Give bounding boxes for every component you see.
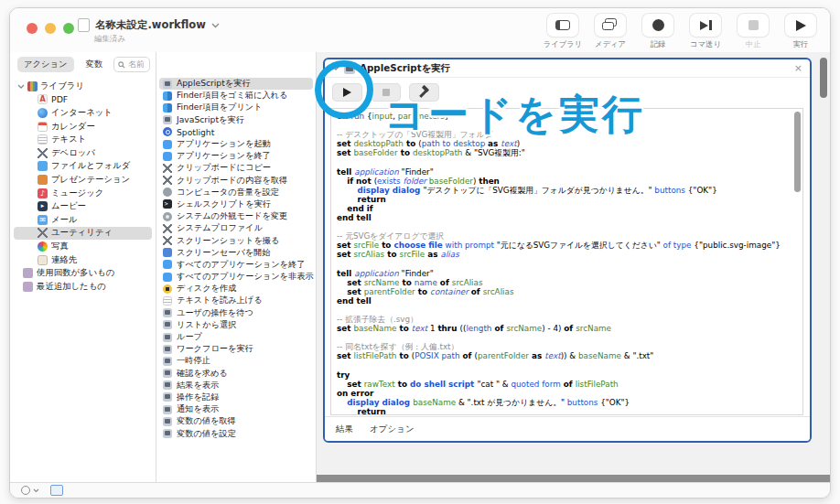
action-list-item[interactable]: AppleScriptを実行 bbox=[159, 78, 313, 90]
contacts-icon bbox=[38, 255, 48, 265]
action-list-item[interactable]: 結果を表示 bbox=[156, 380, 316, 391]
sidebar-item-7[interactable]: ミュージック bbox=[10, 187, 156, 200]
toolbar-button-run[interactable]: 実行 bbox=[781, 14, 821, 49]
toolbar-button-step[interactable]: コマ送り bbox=[685, 14, 726, 49]
action-list-item[interactable]: JavaScriptを実行 bbox=[156, 114, 316, 126]
sidebar-item-9[interactable]: メール bbox=[10, 213, 156, 227]
action-list-item[interactable]: 一時停止 bbox=[156, 355, 316, 367]
minimize-window-button[interactable] bbox=[45, 23, 56, 34]
document-title[interactable]: 名称未設定.workflow bbox=[78, 18, 220, 32]
media-browser-icon[interactable] bbox=[50, 485, 63, 496]
traffic-lights bbox=[27, 23, 74, 34]
toolbar-button-media[interactable]: メディア bbox=[590, 14, 630, 49]
spotlight-icon bbox=[163, 127, 172, 136]
action-list-item[interactable]: 通知を表示 bbox=[156, 403, 316, 415]
script-icon bbox=[163, 405, 172, 414]
action-list-item[interactable]: リストから選択 bbox=[156, 319, 316, 331]
search-input[interactable]: 名前 bbox=[113, 57, 150, 72]
sidebar-tab-0[interactable]: アクション bbox=[17, 57, 74, 72]
action-list-item[interactable]: すべてのアプリケーションを非表示 bbox=[156, 271, 316, 283]
toolbar-button-record[interactable]: 記録 bbox=[638, 14, 678, 49]
media-icon bbox=[602, 18, 619, 32]
close-window-button[interactable] bbox=[27, 23, 38, 34]
automator-window: 名称未設定.workflow 編集済み ライブラリメディア記録コマ送り中止実行 … bbox=[9, 7, 831, 499]
sidebar-item-12[interactable]: 連絡先 bbox=[10, 253, 156, 267]
compile-button[interactable] bbox=[409, 83, 439, 102]
sidebar-tabs-row: アクション変数 名前 bbox=[10, 52, 156, 76]
script-icon bbox=[163, 381, 172, 390]
sidebar-item-2[interactable]: カレンダー bbox=[10, 120, 156, 134]
action-list-item[interactable]: アプリケーションを起動 bbox=[156, 138, 316, 150]
sidebar-item-3[interactable]: テキスト bbox=[10, 133, 156, 146]
action-list-item[interactable]: すべてのアプリケーションを終了 bbox=[156, 259, 316, 271]
action-list-item[interactable]: ユーザの操作を待つ bbox=[156, 307, 316, 319]
app-icon bbox=[163, 152, 172, 161]
action-list-item[interactable]: 操作を記録 bbox=[156, 391, 316, 403]
record-icon bbox=[652, 19, 664, 31]
calendar-icon bbox=[38, 122, 48, 132]
action-list-item[interactable]: テキストを読み上げる bbox=[156, 295, 316, 306]
internet-icon bbox=[38, 108, 48, 118]
run-button[interactable] bbox=[332, 83, 362, 102]
action-list-item[interactable]: Spotlight bbox=[156, 126, 316, 138]
action-card-header: AppleScriptを実行 × bbox=[325, 59, 810, 78]
action-list-item[interactable]: 変数の値を設定 bbox=[156, 427, 316, 439]
action-list-item[interactable]: Finder項目をゴミ箱に入れる bbox=[156, 90, 316, 102]
action-list-item[interactable]: クリップボードにコピー bbox=[156, 162, 316, 174]
pdf-icon bbox=[38, 94, 48, 104]
sidebar-item-11[interactable]: 写真 bbox=[10, 240, 156, 253]
volume-icon bbox=[163, 188, 172, 197]
smart-folder-icon bbox=[23, 268, 33, 278]
action-list-item[interactable]: アプリケーションを終了 bbox=[156, 150, 316, 162]
canvas-scrollbar[interactable] bbox=[820, 58, 827, 98]
sidebar-item-8[interactable]: ムービー bbox=[10, 199, 156, 213]
action-list-item[interactable]: シェルスクリプトを実行 bbox=[156, 198, 316, 210]
close-action-icon[interactable]: × bbox=[794, 63, 802, 73]
finder-icon bbox=[163, 103, 172, 113]
options-link[interactable]: オプション bbox=[370, 424, 415, 435]
sidebar-item-1[interactable]: インターネット bbox=[10, 106, 156, 120]
x-tools-icon bbox=[38, 148, 48, 158]
action-list-item[interactable]: ワークフローを実行 bbox=[156, 343, 316, 355]
stop-button[interactable] bbox=[371, 83, 401, 102]
sidebar-item-library[interactable]: ライブラリ bbox=[10, 80, 156, 93]
library-tree: ライブラリPDFインターネットカレンダーテキストデベロッパファイルとフォルダプレ… bbox=[10, 76, 156, 294]
presentation-icon bbox=[38, 175, 48, 185]
photos-icon bbox=[38, 241, 48, 252]
action-list-item[interactable]: クリップボードの内容を取得 bbox=[156, 175, 316, 187]
action-list-item[interactable]: スクリーンセーバを開始 bbox=[156, 247, 316, 259]
action-card-applescript: AppleScriptを実行 × on run {input, paramete… bbox=[323, 58, 812, 443]
sidebar-item-0[interactable]: PDF bbox=[10, 93, 156, 107]
action-list-item[interactable]: システムプロファイル bbox=[156, 222, 316, 234]
chevron-down-icon[interactable] bbox=[17, 84, 25, 89]
action-list-item[interactable]: Finder項目をプリント bbox=[156, 102, 316, 113]
action-list-item[interactable]: コンピュータの音量を設定 bbox=[156, 187, 316, 198]
chevron-down-icon[interactable] bbox=[211, 23, 220, 28]
movies-icon bbox=[38, 201, 48, 211]
results-link[interactable]: 結果 bbox=[336, 424, 353, 435]
action-list-item[interactable]: システムの外観モードを変更 bbox=[156, 210, 316, 222]
zoom-window-button[interactable] bbox=[63, 23, 74, 34]
sidebar-smart-folder-0[interactable]: 使用回数が多いもの bbox=[10, 266, 156, 280]
sidebar-smart-folder-1[interactable]: 最近追加したもの bbox=[10, 280, 156, 294]
chevron-down-icon[interactable] bbox=[332, 66, 339, 70]
action-list-item[interactable]: ディスクを作成 bbox=[156, 283, 316, 295]
action-list-item[interactable]: 変数の値を取得 bbox=[156, 415, 316, 427]
action-list-item[interactable]: スクリーンショットを撮る bbox=[156, 234, 316, 246]
sidebar-item-6[interactable]: プレゼンテーション bbox=[10, 173, 156, 187]
toolbar-button-library[interactable]: ライブラリ bbox=[543, 14, 583, 49]
sidebar-item-4[interactable]: デベロッパ bbox=[10, 146, 156, 160]
sidebar-item-10[interactable]: ユーティリティ bbox=[14, 227, 152, 241]
script-icon bbox=[163, 80, 172, 89]
action-list-item[interactable]: ループ bbox=[156, 331, 316, 343]
sidebar-tab-1[interactable]: 変数 bbox=[80, 57, 110, 72]
action-list-item[interactable]: 確認を求める bbox=[156, 368, 316, 380]
footer-status-dropdown[interactable] bbox=[21, 486, 39, 495]
sidebar-item-5[interactable]: ファイルとフォルダ bbox=[10, 160, 156, 174]
code-scrollbar[interactable] bbox=[794, 112, 801, 192]
toolbar-button-stop[interactable]: 中止 bbox=[733, 14, 773, 49]
finder-icon bbox=[163, 91, 172, 101]
code-editor[interactable]: on run {input, parameters} -- デスクトップの「SV… bbox=[330, 108, 803, 415]
script-icon bbox=[163, 345, 172, 354]
x-tools-icon bbox=[163, 236, 172, 245]
